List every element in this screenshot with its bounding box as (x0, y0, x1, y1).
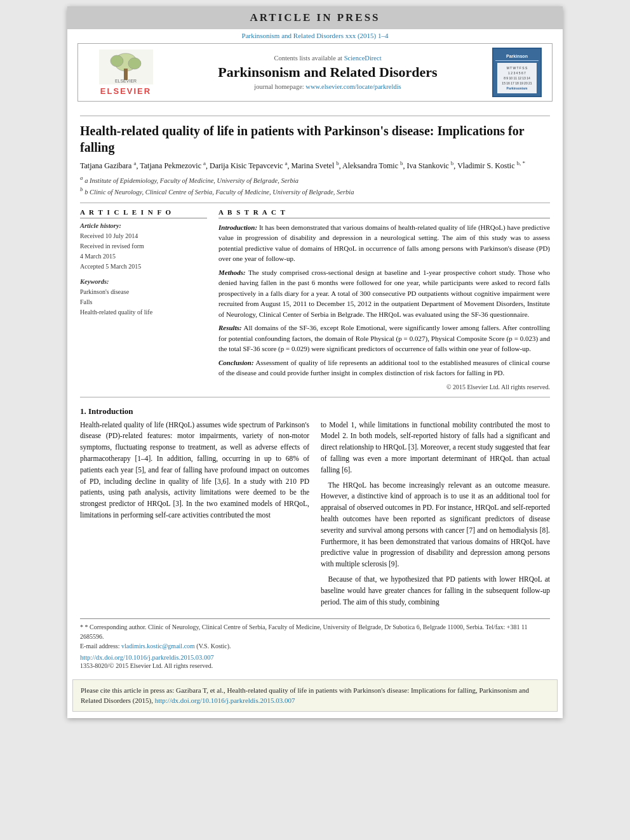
email-link[interactable]: vladimirs.kostic@gmail.com (121, 643, 195, 650)
top-divider (80, 116, 550, 116)
svg-text:ELSEVIER: ELSEVIER (114, 79, 136, 83)
elsevier-label: ELSEVIER (100, 86, 151, 96)
banner-text: ARTICLE IN PRESS (250, 11, 380, 23)
citation-text: Please cite this article in press as: Ga… (81, 686, 529, 705)
middle-divider (80, 203, 550, 203)
abstract-copyright: © 2015 Elsevier Ltd. All rights reserved… (218, 382, 550, 392)
main-content: Health-related quality of life in patien… (67, 104, 563, 674)
body-col-right: to Model 1, while limitations in functio… (321, 420, 550, 612)
affiliation-b: b b Clinic of Neurology, Clinical Centre… (80, 185, 550, 197)
journal-header: ELSEVIER ELSEVIER Contents lists availab… (77, 43, 553, 102)
keywords-items: Parkinson's disease Falls Health-related… (80, 287, 207, 317)
abstract-body: Introduction: It has been demonstrated t… (218, 222, 550, 392)
introduction-heading: 1. Introduction (80, 406, 550, 417)
keywords-label: Keywords: (80, 278, 207, 285)
abstract-col: A B S T R A C T Introduction: It has bee… (218, 208, 550, 392)
abstract-conclusion: Conclusion: Assessment of quality of lif… (218, 357, 550, 378)
elsevier-tree-icon: ELSEVIER (99, 50, 153, 84)
citation-box: Please cite this article in press as: Ga… (72, 679, 558, 712)
page: ARTICLE IN PRESS Parkinsonism and Relate… (67, 6, 563, 718)
footnote-area: * * Corresponding author. Clinic of Neur… (80, 618, 550, 651)
authors-line: Tatjana Gazibara a, Tatjana Pekmezovic a… (80, 159, 550, 171)
article-history-items: Received 10 July 2014 Received in revise… (80, 231, 207, 272)
journal-cover-image: Parkinson M T W T F S S 1 2 3 4 5 6 7 8 … (488, 48, 546, 97)
journal-title: Parkinsonism and Related Disorders (173, 64, 482, 81)
footnote-star: * * Corresponding author. Clinic of Neur… (80, 622, 550, 641)
body-col-left: Health-related quality of life (HRQoL) a… (80, 420, 309, 612)
article-info-col: A R T I C L E I N F O Article history: R… (80, 208, 207, 392)
affiliation-a: a a Institute of Epidemiology, Faculty o… (80, 174, 550, 185)
journal-citation: Parkinsonism and Related Disorders xxx (… (67, 29, 563, 41)
copyright-footer: 1353-8020/© 2015 Elsevier Ltd. All right… (80, 662, 550, 669)
affiliations: a a Institute of Epidemiology, Faculty o… (80, 174, 550, 197)
svg-text:M T W T F S S: M T W T F S S (507, 66, 528, 70)
doi-line: http://dx.doi.org/10.1016/j.parkreldis.2… (80, 654, 550, 661)
authors-text: Tatjana Gazibara a, Tatjana Pekmezovic a… (80, 161, 525, 170)
citation-doi-link[interactable]: http://dx.doi.org/10.1016/j.parkreldis.2… (155, 697, 295, 704)
journal-citation-text: Parkinsonism and Related Disorders xxx (… (242, 32, 389, 39)
intro-para-2: to Model 1, while limitations in functio… (321, 420, 550, 476)
elsevier-logo-area: ELSEVIER ELSEVIER (84, 50, 167, 96)
parkinsonism-cover-icon: Parkinson M T W T F S S 1 2 3 4 5 6 7 8 … (492, 48, 542, 97)
journal-homepage: journal homepage: www.elsevier.com/locat… (173, 83, 482, 90)
science-direct-text: Contents lists available at ScienceDirec… (173, 55, 482, 62)
science-direct-link[interactable]: ScienceDirect (344, 55, 382, 62)
article-info-label: A R T I C L E I N F O (80, 208, 207, 218)
info-abstract-cols: A R T I C L E I N F O Article history: R… (80, 208, 550, 392)
svg-text:15 16 17 18 19 20 21: 15 16 17 18 19 20 21 (502, 81, 532, 85)
svg-rect-9 (495, 60, 539, 61)
body-cols: Health-related quality of life (HRQoL) a… (80, 420, 550, 612)
abstract-intro: Introduction: It has been demonstrated t… (218, 222, 550, 264)
abstract-label: A B S T R A C T (218, 208, 550, 218)
svg-point-4 (128, 58, 141, 69)
article-history-label: Article history: (80, 222, 207, 229)
journal-header-center: Contents lists available at ScienceDirec… (167, 55, 488, 90)
svg-text:1  2  3  4  5  6  7: 1 2 3 4 5 6 7 (508, 71, 526, 75)
svg-text:8  9 10 11 12 13 14: 8 9 10 11 12 13 14 (504, 76, 530, 80)
intro-para-1: Health-related quality of life (HRQoL) a… (80, 420, 309, 521)
svg-point-3 (111, 55, 123, 67)
doi-link[interactable]: http://dx.doi.org/10.1016/j.parkreldis.2… (80, 654, 214, 661)
svg-text:Parkinsonism: Parkinsonism (507, 86, 528, 90)
footnote-email: E-mail address: vladimirs.kostic@gmail.c… (80, 641, 550, 651)
intro-para-3: The HRQoL has become increasingly releva… (321, 480, 550, 571)
svg-text:Parkinson: Parkinson (506, 54, 528, 58)
abstract-results: Results: All domains of the SF-36, excep… (218, 323, 550, 354)
article-title: Health-related quality of life in patien… (80, 123, 550, 156)
keywords-section: Keywords: Parkinson's disease Falls Heal… (80, 278, 207, 317)
intro-para-4: Because of that, we hypothesized that PD… (321, 574, 550, 608)
body-divider (80, 397, 550, 397)
journal-homepage-link[interactable]: www.elsevier.com/locate/parkreldis (305, 83, 401, 90)
abstract-methods: Methods: The study comprised cross-secti… (218, 267, 550, 320)
article-in-press-banner: ARTICLE IN PRESS (67, 6, 563, 29)
